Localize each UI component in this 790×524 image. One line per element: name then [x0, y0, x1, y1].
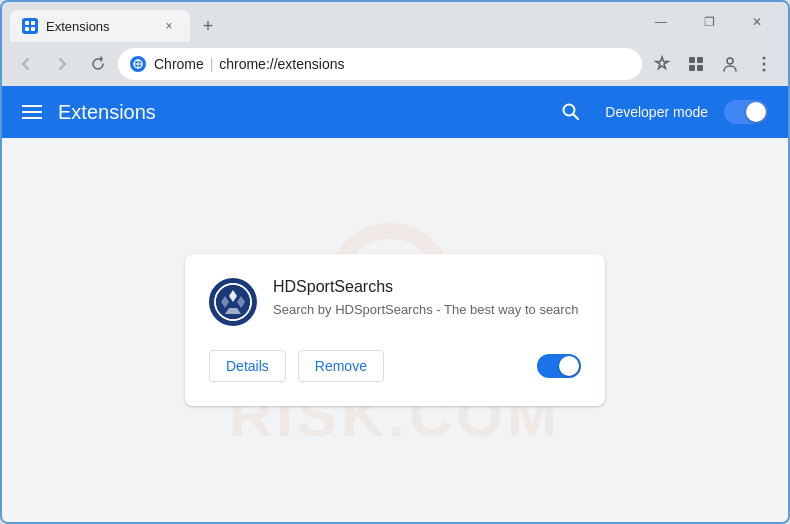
remove-button[interactable]: Remove — [298, 350, 384, 382]
extension-description: Search by HDSportSearchs - The best way … — [273, 300, 581, 320]
search-button[interactable] — [553, 94, 589, 130]
extension-name: HDSportSearchs — [273, 278, 581, 296]
forward-button[interactable] — [46, 48, 78, 80]
minimize-button[interactable]: — — [638, 7, 684, 37]
svg-point-12 — [763, 57, 766, 60]
title-bar: Extensions × + — ❒ ✕ — [2, 2, 788, 42]
active-tab[interactable]: Extensions × — [10, 10, 190, 42]
details-button[interactable]: Details — [209, 350, 286, 382]
menu-button[interactable] — [22, 105, 42, 119]
bookmark-button[interactable] — [646, 48, 678, 80]
tab-title: Extensions — [46, 19, 152, 34]
new-tab-button[interactable]: + — [194, 12, 222, 40]
tab-close-button[interactable]: × — [160, 17, 178, 35]
extensions-header: Extensions Developer mode — [2, 86, 788, 138]
profile-button[interactable] — [714, 48, 746, 80]
browser-window: Extensions × + — ❒ ✕ — [0, 0, 790, 524]
extension-card: HDSportSearchs Search by HDSportSearchs … — [185, 254, 605, 406]
page-title: Extensions — [58, 101, 537, 124]
svg-rect-3 — [31, 27, 35, 31]
address-separator: | — [210, 56, 218, 72]
tab-area: Extensions × + — [10, 2, 634, 42]
more-menu-button[interactable] — [748, 48, 780, 80]
svg-rect-7 — [689, 57, 695, 63]
developer-mode-label: Developer mode — [605, 104, 708, 120]
extension-card-header: HDSportSearchs Search by HDSportSearchs … — [209, 278, 581, 326]
address-url: chrome://extensions — [219, 56, 344, 72]
svg-rect-2 — [25, 27, 29, 31]
hamburger-line-2 — [22, 111, 42, 113]
refresh-button[interactable] — [82, 48, 114, 80]
svg-rect-10 — [697, 65, 703, 71]
page-body: RISK.COM — [2, 138, 788, 522]
extension-toggle-knob — [559, 356, 579, 376]
hamburger-line-3 — [22, 117, 42, 119]
address-bar[interactable]: Chrome | chrome://extensions — [118, 48, 642, 80]
svg-rect-8 — [697, 57, 703, 63]
extension-info: HDSportSearchs Search by HDSportSearchs … — [273, 278, 581, 320]
svg-point-11 — [727, 58, 733, 64]
svg-rect-9 — [689, 65, 695, 71]
toolbar-buttons — [646, 48, 780, 80]
extension-card-footer: Details Remove — [209, 350, 581, 382]
window-controls: — ❒ ✕ — [638, 7, 780, 37]
maximize-button[interactable]: ❒ — [686, 7, 732, 37]
address-text: Chrome | chrome://extensions — [154, 56, 630, 72]
svg-rect-1 — [31, 21, 35, 25]
extension-toggle[interactable] — [537, 354, 581, 378]
svg-point-14 — [763, 69, 766, 72]
tab-favicon — [22, 18, 38, 34]
svg-point-13 — [763, 63, 766, 66]
toggle-knob — [746, 102, 766, 122]
extensions-button[interactable] — [680, 48, 712, 80]
hamburger-line-1 — [22, 105, 42, 107]
site-icon — [130, 56, 146, 72]
browser-content: Extensions Developer mode — [2, 86, 788, 522]
navigation-bar: Chrome | chrome://extensions — [2, 42, 788, 86]
svg-rect-0 — [25, 21, 29, 25]
back-button[interactable] — [10, 48, 42, 80]
developer-mode-toggle[interactable] — [724, 100, 768, 124]
extension-logo — [209, 278, 257, 326]
close-button[interactable]: ✕ — [734, 7, 780, 37]
brand-name: Chrome — [154, 56, 204, 72]
